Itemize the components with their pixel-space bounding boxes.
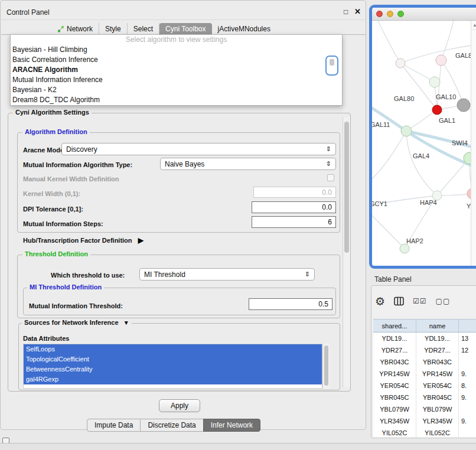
table-cell: 13 bbox=[459, 332, 476, 344]
zoom-traffic-light[interactable] bbox=[397, 11, 404, 17]
bottom-tab-discretize-data[interactable]: Discretize Data bbox=[140, 419, 203, 432]
network-titlebar[interactable] bbox=[372, 8, 476, 21]
kernel-width-field[interactable]: 0.0 bbox=[253, 187, 336, 198]
mi-steps-label: Mutual Information Steps: bbox=[23, 220, 103, 227]
column-header[interactable]: shared... bbox=[373, 319, 416, 332]
network-node[interactable] bbox=[396, 58, 405, 68]
attribute-list-scrollbar-thumb[interactable] bbox=[324, 345, 328, 386]
dpi-tolerance-field[interactable]: 0.0 bbox=[252, 201, 336, 213]
mi-type-select[interactable]: Naive Bayes ⇕ bbox=[160, 158, 336, 170]
tab-style[interactable]: Style bbox=[99, 23, 128, 35]
table-cell: YPR145W bbox=[416, 368, 459, 380]
table-row[interactable]: YDL19...YDL19...13 bbox=[373, 332, 476, 344]
sources-title[interactable]: Sources for Network Inference ▼ bbox=[22, 319, 132, 326]
threshold-title: Threshold Definition bbox=[22, 250, 90, 257]
algorithm-option[interactable]: Mutual Information Inference bbox=[11, 75, 342, 85]
algorithm-option[interactable]: Dream8 DC_TDC Algorithm bbox=[11, 95, 342, 105]
algorithm-dropdown-list[interactable]: Select algorithm to view settingsBayesia… bbox=[10, 34, 343, 106]
tab-network[interactable]: Network bbox=[51, 23, 99, 35]
table-row[interactable]: YLR345WYLR345W9. bbox=[373, 415, 476, 427]
table-row[interactable]: YER054CYER054C8. bbox=[373, 380, 476, 392]
gear-icon[interactable]: ⚙ bbox=[375, 295, 385, 308]
network-scrollbar[interactable]: ▲ bbox=[471, 21, 476, 266]
chevron-right-icon[interactable]: ▶ bbox=[138, 236, 144, 244]
clear-all-checks-icon[interactable]: ▢▢ bbox=[436, 297, 451, 305]
hub-section-label[interactable]: Hub/Transcription Factor Definition ▶ bbox=[23, 236, 144, 244]
attribute-list[interactable]: SelfLoopsTopologicalCoefficientBetweenne… bbox=[23, 344, 322, 389]
attribute-item[interactable]: TopologicalCoefficient bbox=[24, 354, 322, 364]
network-node[interactable] bbox=[400, 244, 409, 253]
manual-kernel-checkbox[interactable] bbox=[327, 174, 334, 181]
settings-scrollbar[interactable] bbox=[343, 117, 350, 387]
which-threshold-select[interactable]: MI Threshold ⇕ bbox=[139, 268, 315, 281]
table-row[interactable]: YBR045CYBR045C9. bbox=[373, 392, 476, 403]
tab-cyni-toolbox[interactable]: Cyni Toolbox bbox=[159, 23, 211, 35]
column-header[interactable] bbox=[459, 319, 476, 332]
network-edge[interactable] bbox=[441, 21, 454, 60]
combo-updown-icon: ⇕ bbox=[326, 160, 331, 168]
mi-threshold-value: 0.5 bbox=[318, 300, 328, 308]
algorithm-option[interactable]: Basic Correlation Inference bbox=[11, 55, 342, 65]
bottom-tab-infer-network[interactable]: Infer Network bbox=[203, 419, 260, 432]
scroll-up-icon[interactable]: ▲ bbox=[471, 21, 476, 30]
mi-threshold-field[interactable]: 0.5 bbox=[249, 298, 332, 310]
network-node[interactable] bbox=[401, 126, 412, 136]
sources-title-text: Sources for Network Inference bbox=[24, 319, 119, 326]
tab-jactivemnodules[interactable]: jActiveMNodules bbox=[212, 23, 276, 35]
table-row[interactable]: YIL052CYIL052C bbox=[373, 427, 476, 438]
tab-select[interactable]: Select bbox=[128, 23, 159, 35]
minimize-traffic-light[interactable] bbox=[387, 11, 393, 17]
float-window-icon[interactable]: □ bbox=[344, 8, 348, 16]
table-cell: YDL19... bbox=[373, 332, 416, 344]
attribute-item[interactable]: gal4RGexp bbox=[24, 374, 322, 384]
attribute-list-scrollbar[interactable] bbox=[322, 344, 330, 389]
columns-icon[interactable] bbox=[394, 296, 404, 306]
table-row[interactable]: YBL079WYBL079W bbox=[373, 403, 476, 415]
bottom-strip bbox=[0, 443, 476, 450]
attribute-item[interactable]: SelfLoops bbox=[24, 344, 322, 354]
column-header[interactable]: name bbox=[416, 319, 459, 332]
aracne-mode-select[interactable]: Discovery ⇕ bbox=[61, 143, 336, 155]
title-divider bbox=[1, 19, 366, 20]
table-cell: YBR043C bbox=[373, 356, 416, 368]
network-node[interactable] bbox=[436, 55, 446, 66]
network-edge[interactable] bbox=[437, 158, 470, 195]
network-view[interactable]: GAL8GAL80GAL10GAL11GAL1SWI4GAL4GCY1HAP4H… bbox=[372, 21, 476, 266]
network-canvas[interactable]: GAL8GAL80GAL10GAL11GAL1SWI4GAL4GCY1HAP4H… bbox=[372, 21, 476, 266]
network-node[interactable] bbox=[432, 105, 442, 115]
attribute-item[interactable]: BetweennessCentrality bbox=[24, 364, 322, 374]
select-all-checks-icon[interactable]: ☑☑ bbox=[413, 297, 427, 305]
algorithm-option[interactable]: Bayesian - Hill Climbing bbox=[11, 45, 342, 55]
network-node[interactable] bbox=[429, 77, 440, 87]
network-node[interactable] bbox=[457, 99, 470, 112]
table-row[interactable]: YBR043CYBR043C bbox=[373, 356, 476, 368]
kernel-width-label: Kernel Width (0,1): bbox=[23, 190, 80, 197]
node-label: SWI4 bbox=[452, 139, 468, 146]
chevron-down-icon[interactable]: ▼ bbox=[123, 319, 129, 326]
combo-focus-fragment[interactable] bbox=[325, 56, 338, 76]
close-traffic-light[interactable] bbox=[376, 11, 383, 17]
node-label: GAL4 bbox=[413, 152, 429, 159]
network-edge[interactable] bbox=[372, 131, 406, 179]
table-row[interactable]: YPR145WYPR145W9. bbox=[373, 368, 476, 380]
network-edge[interactable] bbox=[400, 63, 435, 82]
manual-kernel-label: Manual Kernel Width Definition bbox=[23, 175, 119, 182]
algorithm-option[interactable]: ARACNE Algorithm bbox=[11, 65, 342, 75]
cyni-settings-title: Cyni Algorithm Settings bbox=[13, 109, 92, 116]
dropdown-placeholder: Select algorithm to view settings bbox=[11, 35, 342, 45]
algorithm-option[interactable]: Bayesian - K2 bbox=[11, 85, 342, 95]
combo-arrow-fragment bbox=[330, 59, 334, 66]
mi-steps-field[interactable]: 6 bbox=[252, 216, 336, 228]
table-rows: YDL19...YDL19...13YDR27...YDR27...12YBR0… bbox=[373, 332, 476, 438]
tab-label: Cyni Toolbox bbox=[165, 25, 206, 33]
close-panel-icon[interactable]: ✕ bbox=[354, 7, 361, 16]
settings-scrollbar-thumb[interactable] bbox=[344, 122, 349, 253]
apply-button[interactable]: Apply bbox=[159, 399, 200, 412]
mi-steps-value: 6 bbox=[328, 218, 332, 226]
aracne-mode-label: Aracne Mode: bbox=[23, 146, 66, 154]
tab-label: Network bbox=[67, 25, 93, 33]
bottom-tab-impute-data[interactable]: Impute Data bbox=[87, 419, 141, 432]
network-edge[interactable] bbox=[378, 21, 400, 63]
network-edge[interactable] bbox=[372, 216, 405, 249]
table-row[interactable]: YDR27...YDR27...12 bbox=[373, 344, 476, 356]
